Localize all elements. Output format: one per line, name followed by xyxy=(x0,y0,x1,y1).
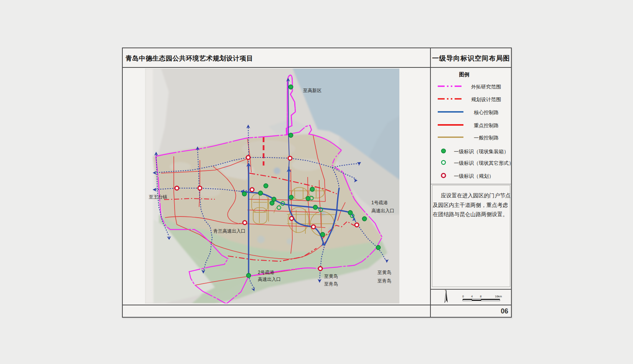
svg-text:N: N xyxy=(445,289,447,292)
svg-text:16km: 16km xyxy=(495,295,502,298)
svg-text:4: 4 xyxy=(471,295,473,298)
svg-text:至高新区: 至高新区 xyxy=(303,88,321,93)
svg-text:1号疏港: 1号疏港 xyxy=(371,200,388,205)
svg-text:至青岛: 至青岛 xyxy=(377,278,391,284)
svg-text:青兰高速出入口: 青兰高速出入口 xyxy=(213,228,246,234)
svg-text:8: 8 xyxy=(480,295,481,298)
svg-text:至青岛: 至青岛 xyxy=(324,281,338,287)
svg-text:2号疏港: 2号疏港 xyxy=(258,270,274,275)
svg-text:高速出入口: 高速出入口 xyxy=(371,208,394,213)
svg-text:高速出入口: 高速出入口 xyxy=(258,277,281,282)
svg-text:至黄岛: 至黄岛 xyxy=(324,274,338,279)
svg-text:至黄岛: 至黄岛 xyxy=(377,270,391,275)
svg-text:至王台镇: 至王台镇 xyxy=(149,194,167,200)
svg-text:0: 0 xyxy=(462,295,464,298)
